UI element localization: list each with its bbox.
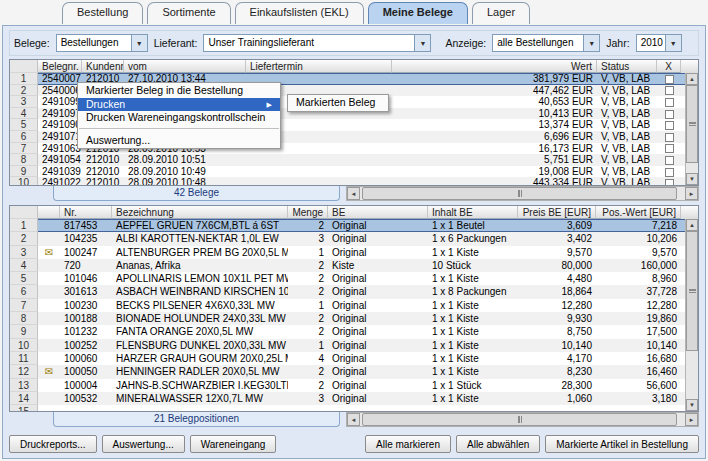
belegnr-cell: 2540006	[38, 85, 82, 97]
col-status[interactable]: Status	[597, 60, 657, 73]
beleg-row[interactable]: 10 2491022 212010 28.09.2010 10:48 443,3…	[10, 177, 698, 185]
positionen-horizontal-scrollbar[interactable]: ◄ ►	[346, 412, 699, 427]
scrollbar-track[interactable]	[360, 413, 685, 426]
row-checkbox[interactable]	[657, 166, 681, 178]
row-checkbox[interactable]	[657, 96, 681, 108]
col-nr[interactable]: Nr.	[60, 206, 112, 219]
scroll-down-icon[interactable]: ▼	[686, 173, 698, 185]
checkbox-icon[interactable]	[665, 98, 674, 107]
checkbox-icon[interactable]	[665, 156, 674, 165]
col-preis-be[interactable]: Preis BE [EUR]	[518, 206, 596, 219]
be-cell: Original	[328, 272, 428, 285]
col-x[interactable]: X	[657, 60, 681, 73]
col-pos-wert[interactable]: Pos.-Wert [EUR]	[596, 206, 681, 219]
row-checkbox[interactable]	[657, 143, 681, 155]
position-row[interactable]: 10 100252 FLENSBURG DUNKEL 20X0,33L MW 1…	[10, 339, 698, 352]
tab-bestellung[interactable]: Bestellung	[62, 2, 143, 24]
row-number: 4	[10, 259, 38, 272]
row-checkbox[interactable]	[657, 131, 681, 143]
col-liefertermin[interactable]: Liefertermin	[246, 60, 392, 73]
chevron-down-icon[interactable]: ▼	[414, 35, 430, 51]
checkbox-icon[interactable]	[665, 179, 674, 185]
positionen-count-tab[interactable]: 21 Belegpositionen	[53, 412, 340, 427]
checkbox-icon[interactable]	[665, 110, 674, 119]
jahr-dropdown[interactable]: 2010 ▼	[636, 34, 682, 52]
position-row[interactable]: 11 100060 HARZER GRAUH GOURM 20X0,25L MW…	[10, 352, 698, 365]
scrollbar-thumb[interactable]	[362, 187, 677, 200]
position-row[interactable]: 9 101232 FANTA ORANGE 20X0,5L MW 2 Origi…	[10, 325, 698, 338]
scroll-right-icon[interactable]: ►	[685, 187, 698, 200]
belege-vertical-scrollbar[interactable]: ▲ ▼	[685, 73, 698, 185]
checkbox-icon[interactable]	[665, 133, 674, 142]
scroll-right-icon[interactable]: ►	[685, 413, 698, 426]
scrollbar-track[interactable]	[360, 187, 685, 200]
position-row[interactable]: 1 817453 AEPFEL GRUEN 7X6CM,BTL á 6ST 2 …	[10, 219, 698, 232]
row-checkbox[interactable]	[657, 177, 681, 185]
belege-count-tab[interactable]: 42 Belege	[53, 186, 340, 201]
belege-horizontal-scrollbar[interactable]: ◄ ►	[346, 186, 699, 201]
checkbox-icon[interactable]	[665, 75, 674, 84]
checkbox-icon[interactable]	[665, 144, 674, 153]
position-row[interactable]: 8 100188 BIONADE HOLUNDER 24X0,33L MW 2 …	[10, 312, 698, 325]
position-row[interactable]: 13 100004 JAHNS-B.SCHWARZBIER I.KEG30LTR…	[10, 379, 698, 392]
row-checkbox[interactable]	[657, 108, 681, 120]
tab-meine-belege[interactable]: Meine Belege	[368, 2, 468, 24]
position-row[interactable]: 12 ✉ 100050 HENNINGER RADLER 20X0,5L MW …	[10, 365, 698, 378]
row-checkbox[interactable]	[657, 119, 681, 131]
position-row[interactable]: 7 100230 BECKS PILSENER 4X6X0,33L MW 1 O…	[10, 299, 698, 312]
position-row[interactable]: 15	[10, 405, 698, 411]
checkbox-icon[interactable]	[665, 168, 674, 177]
menu-item-drucken-wek[interactable]: Drucken Wareneingangskontrollschein	[78, 111, 280, 125]
position-row[interactable]: 4 720 Ananas, Afrika 2 Kiste 10 Stück 80…	[10, 259, 698, 272]
position-row[interactable]: 2 104235 ALBI KAROTTEN-NEKTAR 1,0L EW 3 …	[10, 232, 698, 245]
scrollbar-thumb[interactable]	[686, 85, 698, 163]
position-row[interactable]: 3 ✉ 100247 ALTENBURGER PREM BG 20X0,5L M…	[10, 246, 698, 259]
col-inhalt-be[interactable]: Inhalt BE	[428, 206, 518, 219]
scroll-left-icon[interactable]: ◄	[347, 187, 360, 200]
row-checkbox[interactable]	[657, 154, 681, 166]
scroll-up-icon[interactable]: ▲	[686, 219, 698, 231]
belege-dropdown[interactable]: Bestellungen ▼	[56, 34, 148, 52]
beleg-row[interactable]: 9 2491039 212010 28.09.2010 10:49 19,008…	[10, 166, 698, 178]
col-vom[interactable]: vom	[124, 60, 246, 73]
menu-item-drucken[interactable]: Drucken ▶	[78, 98, 280, 112]
scroll-down-icon[interactable]: ▼	[686, 399, 698, 411]
tab-lager[interactable]: Lager	[472, 2, 530, 24]
chevron-down-icon[interactable]: ▼	[131, 35, 147, 51]
scroll-up-icon[interactable]: ▲	[686, 73, 698, 85]
position-row[interactable]: 5 101046 APOLLINARIS LEMON 10X1L PET MW …	[10, 272, 698, 285]
alle-abwaehlen-button[interactable]: Alle abwählen	[456, 435, 540, 453]
chevron-down-icon[interactable]: ▼	[583, 35, 599, 51]
beleg-row[interactable]: 8 2491054 212010 28.09.2010 10:51 5,751 …	[10, 154, 698, 166]
druckreports-button[interactable]: Druckreports...	[9, 435, 97, 453]
tab-einkaufslisten[interactable]: Einkaufslisten (EKL)	[235, 2, 364, 24]
chevron-down-icon[interactable]: ▼	[665, 35, 681, 51]
lieferant-dropdown[interactable]: Unser Trainingslieferant ▼	[203, 34, 431, 52]
wareneingang-button[interactable]: Wareneingang	[190, 435, 277, 453]
col-wert[interactable]: Wert	[392, 60, 597, 73]
scrollbar-thumb[interactable]	[686, 231, 698, 351]
checkbox-icon[interactable]	[665, 86, 674, 95]
menu-item-markierter-beleg[interactable]: Markierter Beleg in die Bestellung	[78, 84, 280, 98]
col-bezeichnung[interactable]: Bezeichnung	[112, 206, 288, 219]
position-row[interactable]: 14 100532 MINERALWASSER 12X0,7L MW 3 Ori…	[10, 392, 698, 405]
scroll-left-icon[interactable]: ◄	[347, 413, 360, 426]
col-be[interactable]: BE	[328, 206, 428, 219]
markierte-artikel-button[interactable]: Markierte Artikel in Bestellung	[545, 435, 699, 453]
position-row[interactable]: 6 301613 ASBACH WEINBRAND KIRSCHEN 100G …	[10, 285, 698, 298]
positionen-vertical-scrollbar[interactable]: ▲ ▼	[685, 219, 698, 411]
checkbox-icon[interactable]	[665, 121, 674, 130]
anzeige-dropdown[interactable]: alle Bestellungen ▼	[492, 34, 600, 52]
auswertung-button[interactable]: Auswertung...	[102, 435, 185, 453]
tab-sortimente[interactable]: Sortimente	[147, 2, 230, 24]
col-kundennr[interactable]: Kundennr.	[82, 60, 124, 73]
menu-item-auswertung[interactable]: Auswertung...	[78, 134, 280, 148]
scrollbar-thumb[interactable]	[362, 413, 677, 426]
submenu-item-markierten-beleg[interactable]: Markierten Beleg	[288, 96, 388, 110]
preis-be-cell: 9,930	[518, 312, 596, 325]
row-checkbox[interactable]	[657, 73, 681, 85]
alle-markieren-button[interactable]: Alle markieren	[365, 435, 451, 453]
row-checkbox[interactable]	[657, 85, 681, 97]
col-menge[interactable]: Menge	[288, 206, 328, 219]
col-belegnr[interactable]: Belegnr.	[38, 60, 82, 73]
